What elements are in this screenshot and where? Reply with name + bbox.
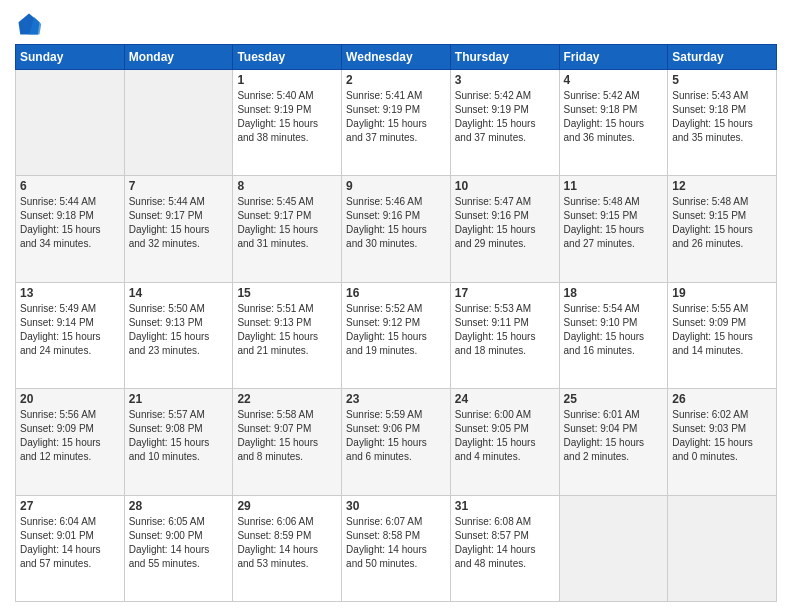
day-info: Sunrise: 5:54 AMSunset: 9:10 PMDaylight:… [564,302,664,358]
week-row-1: 1Sunrise: 5:40 AMSunset: 9:19 PMDaylight… [16,70,777,176]
calendar-cell: 19Sunrise: 5:55 AMSunset: 9:09 PMDayligh… [668,282,777,388]
day-number: 4 [564,73,664,87]
day-info: Sunrise: 5:48 AMSunset: 9:15 PMDaylight:… [564,195,664,251]
day-number: 2 [346,73,446,87]
day-number: 16 [346,286,446,300]
calendar-cell: 21Sunrise: 5:57 AMSunset: 9:08 PMDayligh… [124,389,233,495]
day-header-wednesday: Wednesday [342,45,451,70]
day-info: Sunrise: 6:05 AMSunset: 9:00 PMDaylight:… [129,515,229,571]
day-info: Sunrise: 5:52 AMSunset: 9:12 PMDaylight:… [346,302,446,358]
calendar-cell: 14Sunrise: 5:50 AMSunset: 9:13 PMDayligh… [124,282,233,388]
calendar-cell: 30Sunrise: 6:07 AMSunset: 8:58 PMDayligh… [342,495,451,601]
day-header-row: SundayMondayTuesdayWednesdayThursdayFrid… [16,45,777,70]
day-number: 1 [237,73,337,87]
day-info: Sunrise: 6:06 AMSunset: 8:59 PMDaylight:… [237,515,337,571]
calendar-cell: 8Sunrise: 5:45 AMSunset: 9:17 PMDaylight… [233,176,342,282]
day-info: Sunrise: 5:44 AMSunset: 9:17 PMDaylight:… [129,195,229,251]
logo [15,10,47,38]
calendar-cell: 6Sunrise: 5:44 AMSunset: 9:18 PMDaylight… [16,176,125,282]
calendar-cell: 5Sunrise: 5:43 AMSunset: 9:18 PMDaylight… [668,70,777,176]
day-info: Sunrise: 5:44 AMSunset: 9:18 PMDaylight:… [20,195,120,251]
day-info: Sunrise: 5:42 AMSunset: 9:19 PMDaylight:… [455,89,555,145]
day-number: 22 [237,392,337,406]
day-info: Sunrise: 6:02 AMSunset: 9:03 PMDaylight:… [672,408,772,464]
day-info: Sunrise: 5:46 AMSunset: 9:16 PMDaylight:… [346,195,446,251]
day-number: 3 [455,73,555,87]
calendar-cell: 28Sunrise: 6:05 AMSunset: 9:00 PMDayligh… [124,495,233,601]
calendar-cell [668,495,777,601]
day-number: 8 [237,179,337,193]
calendar-cell: 3Sunrise: 5:42 AMSunset: 9:19 PMDaylight… [450,70,559,176]
calendar-cell: 9Sunrise: 5:46 AMSunset: 9:16 PMDaylight… [342,176,451,282]
day-info: Sunrise: 5:51 AMSunset: 9:13 PMDaylight:… [237,302,337,358]
header [15,10,777,38]
day-number: 14 [129,286,229,300]
day-number: 20 [20,392,120,406]
day-info: Sunrise: 5:58 AMSunset: 9:07 PMDaylight:… [237,408,337,464]
calendar-cell: 12Sunrise: 5:48 AMSunset: 9:15 PMDayligh… [668,176,777,282]
day-info: Sunrise: 5:49 AMSunset: 9:14 PMDaylight:… [20,302,120,358]
calendar-cell: 16Sunrise: 5:52 AMSunset: 9:12 PMDayligh… [342,282,451,388]
day-info: Sunrise: 6:07 AMSunset: 8:58 PMDaylight:… [346,515,446,571]
day-number: 10 [455,179,555,193]
day-number: 23 [346,392,446,406]
day-info: Sunrise: 5:42 AMSunset: 9:18 PMDaylight:… [564,89,664,145]
day-info: Sunrise: 6:04 AMSunset: 9:01 PMDaylight:… [20,515,120,571]
calendar-cell: 27Sunrise: 6:04 AMSunset: 9:01 PMDayligh… [16,495,125,601]
day-info: Sunrise: 5:56 AMSunset: 9:09 PMDaylight:… [20,408,120,464]
week-row-2: 6Sunrise: 5:44 AMSunset: 9:18 PMDaylight… [16,176,777,282]
day-header-saturday: Saturday [668,45,777,70]
day-header-thursday: Thursday [450,45,559,70]
day-header-tuesday: Tuesday [233,45,342,70]
day-info: Sunrise: 5:43 AMSunset: 9:18 PMDaylight:… [672,89,772,145]
day-number: 7 [129,179,229,193]
day-number: 15 [237,286,337,300]
day-info: Sunrise: 6:08 AMSunset: 8:57 PMDaylight:… [455,515,555,571]
calendar-cell: 29Sunrise: 6:06 AMSunset: 8:59 PMDayligh… [233,495,342,601]
day-number: 13 [20,286,120,300]
day-number: 5 [672,73,772,87]
day-number: 26 [672,392,772,406]
calendar-cell: 18Sunrise: 5:54 AMSunset: 9:10 PMDayligh… [559,282,668,388]
day-info: Sunrise: 5:59 AMSunset: 9:06 PMDaylight:… [346,408,446,464]
day-info: Sunrise: 5:53 AMSunset: 9:11 PMDaylight:… [455,302,555,358]
day-number: 17 [455,286,555,300]
day-number: 24 [455,392,555,406]
calendar-cell [559,495,668,601]
day-number: 19 [672,286,772,300]
calendar-cell: 31Sunrise: 6:08 AMSunset: 8:57 PMDayligh… [450,495,559,601]
calendar-cell: 1Sunrise: 5:40 AMSunset: 9:19 PMDaylight… [233,70,342,176]
day-number: 9 [346,179,446,193]
calendar-cell: 20Sunrise: 5:56 AMSunset: 9:09 PMDayligh… [16,389,125,495]
calendar-cell: 23Sunrise: 5:59 AMSunset: 9:06 PMDayligh… [342,389,451,495]
day-number: 29 [237,499,337,513]
calendar-cell: 17Sunrise: 5:53 AMSunset: 9:11 PMDayligh… [450,282,559,388]
calendar-cell: 4Sunrise: 5:42 AMSunset: 9:18 PMDaylight… [559,70,668,176]
day-number: 28 [129,499,229,513]
day-info: Sunrise: 5:40 AMSunset: 9:19 PMDaylight:… [237,89,337,145]
calendar-cell [124,70,233,176]
calendar-table: SundayMondayTuesdayWednesdayThursdayFrid… [15,44,777,602]
calendar-cell: 15Sunrise: 5:51 AMSunset: 9:13 PMDayligh… [233,282,342,388]
day-number: 11 [564,179,664,193]
calendar-cell: 10Sunrise: 5:47 AMSunset: 9:16 PMDayligh… [450,176,559,282]
day-info: Sunrise: 6:01 AMSunset: 9:04 PMDaylight:… [564,408,664,464]
week-row-3: 13Sunrise: 5:49 AMSunset: 9:14 PMDayligh… [16,282,777,388]
calendar-cell: 24Sunrise: 6:00 AMSunset: 9:05 PMDayligh… [450,389,559,495]
day-number: 6 [20,179,120,193]
day-info: Sunrise: 5:45 AMSunset: 9:17 PMDaylight:… [237,195,337,251]
day-info: Sunrise: 5:48 AMSunset: 9:15 PMDaylight:… [672,195,772,251]
calendar-cell: 25Sunrise: 6:01 AMSunset: 9:04 PMDayligh… [559,389,668,495]
week-row-4: 20Sunrise: 5:56 AMSunset: 9:09 PMDayligh… [16,389,777,495]
day-info: Sunrise: 5:50 AMSunset: 9:13 PMDaylight:… [129,302,229,358]
calendar-header: SundayMondayTuesdayWednesdayThursdayFrid… [16,45,777,70]
calendar-cell: 13Sunrise: 5:49 AMSunset: 9:14 PMDayligh… [16,282,125,388]
day-number: 31 [455,499,555,513]
day-number: 27 [20,499,120,513]
day-number: 12 [672,179,772,193]
day-info: Sunrise: 5:47 AMSunset: 9:16 PMDaylight:… [455,195,555,251]
calendar-cell: 11Sunrise: 5:48 AMSunset: 9:15 PMDayligh… [559,176,668,282]
page: SundayMondayTuesdayWednesdayThursdayFrid… [0,0,792,612]
day-info: Sunrise: 5:41 AMSunset: 9:19 PMDaylight:… [346,89,446,145]
day-number: 25 [564,392,664,406]
